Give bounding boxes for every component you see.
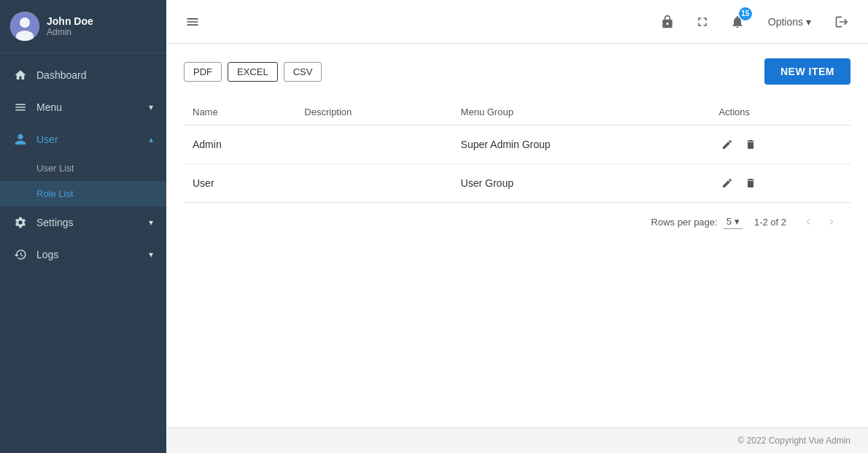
- csv-export-button[interactable]: CSV: [284, 62, 322, 82]
- sidebar-sub-label: User List: [36, 163, 74, 174]
- chevron-up-icon: ▴: [149, 134, 153, 144]
- sidebar-item-menu[interactable]: Menu ▾: [0, 91, 166, 123]
- sidebar-sub-label: Role List: [36, 188, 74, 199]
- col-menu-group: Menu Group: [452, 99, 710, 125]
- toolbar-row: PDF EXCEL CSV NEW ITEM: [184, 58, 850, 85]
- col-description: Description: [295, 99, 452, 125]
- home-icon: [13, 68, 28, 82]
- options-button[interactable]: Options ▾: [761, 12, 818, 32]
- chevron-down-icon: ▾: [149, 102, 153, 112]
- options-label: Options: [768, 16, 803, 28]
- page-navigation: [798, 212, 842, 232]
- edit-button[interactable]: [718, 136, 736, 153]
- notification-badge: 15: [739, 7, 752, 20]
- rows-per-page: Rows per page: 5 ▾: [651, 214, 743, 229]
- hamburger-button[interactable]: [181, 10, 204, 34]
- cell-name: Admin: [184, 125, 295, 164]
- delete-button[interactable]: [742, 174, 759, 192]
- sidebar-item-settings[interactable]: Settings ▾: [0, 206, 166, 239]
- cell-description: [295, 125, 452, 164]
- delete-button[interactable]: [742, 136, 759, 153]
- cell-actions: [710, 164, 850, 203]
- action-buttons: [718, 174, 842, 192]
- next-page-button[interactable]: [821, 212, 842, 232]
- col-actions: Actions: [710, 99, 850, 125]
- rpp-dropdown-icon: ▾: [735, 216, 740, 227]
- topbar: 15 Options ▾: [166, 0, 868, 44]
- cell-description: [295, 164, 452, 203]
- logout-button[interactable]: [830, 10, 853, 34]
- table-header: Name Description Menu Group Actions: [184, 99, 850, 125]
- cell-name: User: [184, 164, 295, 203]
- chevron-down-icon: ▾: [149, 249, 153, 260]
- col-name: Name: [184, 99, 295, 125]
- prev-page-button[interactable]: [798, 212, 818, 232]
- sidebar-item-logs[interactable]: Logs ▾: [0, 239, 166, 271]
- gear-icon: [13, 215, 28, 230]
- pagination-row: Rows per page: 5 ▾ 1-2 of 2: [184, 202, 850, 235]
- rows-per-page-value: 5: [726, 216, 732, 227]
- user-name: John Doe: [47, 15, 93, 27]
- sidebar-item-user-list[interactable]: User List: [0, 155, 166, 181]
- cell-actions: [710, 125, 850, 164]
- options-chevron-icon: ▾: [806, 16, 811, 28]
- sidebar-item-user[interactable]: User ▴: [0, 123, 166, 155]
- history-icon: [13, 247, 28, 262]
- new-item-button[interactable]: NEW ITEM: [764, 58, 850, 85]
- page-info: 1-2 of 2: [754, 217, 786, 228]
- footer: © 2022 Copyright Vue Admin: [166, 427, 868, 453]
- topbar-right: 15 Options ▾: [656, 10, 853, 34]
- cell-menu-group: Super Admin Group: [452, 125, 710, 164]
- chevron-down-icon: ▾: [149, 217, 153, 228]
- export-buttons: PDF EXCEL CSV: [184, 62, 322, 82]
- sidebar-item-label: User: [36, 133, 140, 145]
- rows-per-page-label: Rows per page:: [651, 217, 718, 228]
- excel-export-button[interactable]: EXCEL: [228, 62, 278, 82]
- pdf-export-button[interactable]: PDF: [184, 62, 222, 82]
- menu-icon: [13, 100, 28, 115]
- sidebar-item-label: Dashboard: [36, 69, 153, 81]
- main-area: 15 Options ▾ PDF EXCEL CSV NEW ITEM: [166, 0, 868, 453]
- table-row: User User Group: [184, 164, 850, 203]
- table-header-row: Name Description Menu Group Actions: [184, 99, 850, 125]
- sidebar-nav: Dashboard Menu ▾ User ▴ User List: [0, 53, 166, 453]
- sidebar-header: John Doe Admin: [0, 0, 166, 53]
- cell-menu-group: User Group: [452, 164, 710, 203]
- sidebar-item-dashboard[interactable]: Dashboard: [0, 59, 166, 91]
- copyright-text: © 2022 Copyright Vue Admin: [738, 435, 851, 446]
- rows-per-page-select[interactable]: 5 ▾: [724, 214, 743, 229]
- edit-button[interactable]: [718, 174, 736, 192]
- user-icon: [13, 132, 28, 147]
- action-buttons: [718, 136, 842, 153]
- sidebar-item-label: Settings: [36, 217, 140, 228]
- role-table: Name Description Menu Group Actions Admi…: [184, 99, 850, 202]
- svg-point-1: [20, 18, 30, 28]
- fullscreen-button[interactable]: [691, 10, 714, 34]
- notifications-wrapper: 15: [726, 10, 749, 34]
- avatar: [10, 12, 39, 41]
- user-info: John Doe Admin: [47, 15, 93, 37]
- lock-button[interactable]: [656, 10, 679, 34]
- user-role: Admin: [47, 27, 93, 37]
- sidebar-item-label: Logs: [36, 249, 140, 260]
- sidebar-item-label: Menu: [36, 101, 140, 113]
- sidebar: John Doe Admin Dashboard Menu ▾: [0, 0, 166, 453]
- sidebar-item-role-list[interactable]: Role List: [0, 181, 166, 206]
- table-body: Admin Super Admin Group User User Group: [184, 125, 850, 203]
- topbar-left: [181, 10, 647, 34]
- main-content: PDF EXCEL CSV NEW ITEM Name Description …: [166, 44, 868, 427]
- table-row: Admin Super Admin Group: [184, 125, 850, 164]
